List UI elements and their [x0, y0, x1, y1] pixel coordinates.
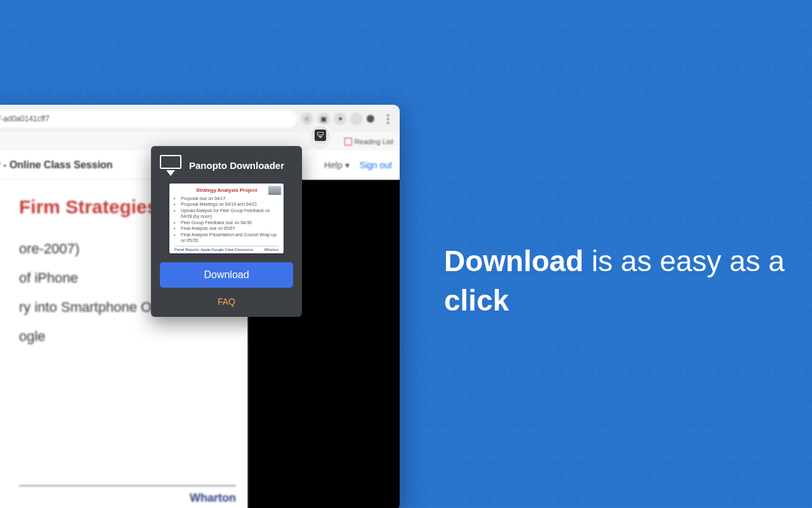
session-title: gy - Online Class Session [0, 159, 113, 171]
window-close-dot[interactable] [367, 115, 374, 123]
more-menu-icon[interactable] [387, 114, 390, 124]
reading-list-link[interactable]: Reading List [344, 138, 393, 145]
slide-footer-brand: Wharton [19, 485, 236, 505]
hero-text: Download is as easy as a click [444, 241, 799, 320]
hero-strong-click: click [444, 284, 509, 317]
thumbnail-footer-left: Panel Reports: Apple-Google Case Discuss… [174, 248, 253, 251]
extensions-menu-icon[interactable]: ✦ [334, 112, 346, 125]
browser-toolbar: 57-ad0a0141cff7 ☆ ▣ ✦ [0, 105, 400, 133]
slide-bullet: ogle [19, 328, 236, 345]
hero-mid: is as easy as a [584, 244, 785, 277]
thumbnail-bullets: Proposal due on 04/17 Proposal Meetings … [174, 196, 278, 244]
active-extension-icon[interactable] [311, 126, 330, 145]
thumbnail-footer-right: Wharton [264, 248, 278, 251]
address-text: 57-ad0a0141cff7 [0, 114, 49, 123]
thumbnail-bullet: Upload Analysis for Peer Group Feedback … [181, 208, 278, 220]
popup-header: Panopto Downloader [160, 155, 293, 176]
downloader-logo-icon [160, 155, 181, 176]
extension-popup: Panopto Downloader Strategy Analysis Pro… [151, 146, 302, 317]
reading-list-icon [344, 138, 352, 145]
sign-out-link[interactable]: Sign out [360, 160, 392, 170]
extension-icon[interactable]: ▣ [317, 112, 330, 125]
reading-list-label: Reading List [355, 138, 393, 145]
profile-icon[interactable] [350, 112, 363, 125]
thumbnail-title: Strategy Analysis Project [174, 187, 278, 193]
thumbnail-bullet: Final Analysis Presentation and Course W… [181, 232, 278, 244]
address-bar[interactable]: 57-ad0a0141cff7 [0, 110, 297, 128]
download-button[interactable]: Download [160, 262, 293, 288]
thumbnail-bullet: Peer Group Feedback due on 04/30 [181, 220, 278, 225]
thumbnail-presenter-image [268, 186, 281, 195]
popup-title: Panopto Downloader [189, 160, 284, 171]
video-thumbnail: Strategy Analysis Project Proposal due o… [169, 184, 284, 253]
faq-link[interactable]: FAQ [160, 297, 293, 307]
thumbnail-bullet: Proposal Meetings on 04/19 and 04/21 [181, 201, 278, 207]
help-menu[interactable]: Help ▾ [324, 160, 350, 170]
star-icon[interactable]: ☆ [301, 112, 313, 125]
thumbnail-bullet: Final Analysis due on 05/07 [181, 225, 278, 231]
hero-strong-download: Download [444, 244, 584, 277]
thumbnail-bullet: Proposal due on 04/17 [181, 196, 278, 201]
